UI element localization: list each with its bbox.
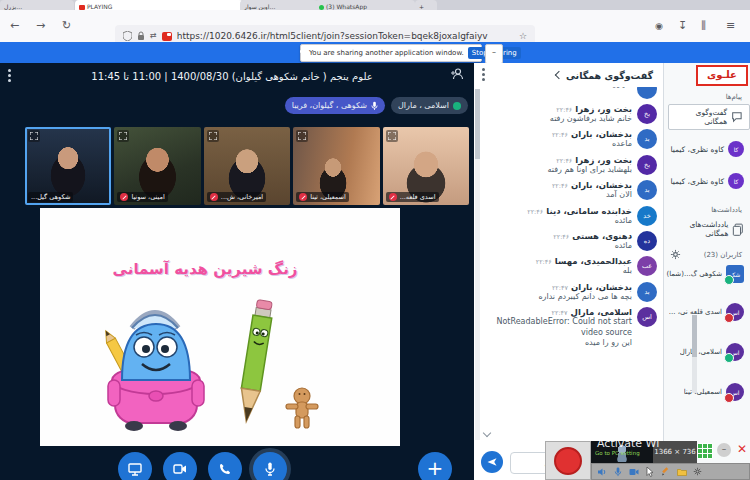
webcam-button[interactable] — [163, 452, 197, 480]
record-button[interactable] — [554, 447, 582, 475]
user-item-asadi[interactable]: اس اسدی قلعه نی، ... — [664, 300, 750, 324]
webcam-asadi[interactable]: اسدی قلعه... — [383, 127, 469, 205]
avatar: اس — [726, 383, 744, 401]
browser-tab-1[interactable]: بزرل… — [0, 0, 74, 10]
presence-pills: اسلامی ، مارال شکوهی ، گیلوان، فریبا — [285, 97, 468, 114]
webcam-amirkhani[interactable]: امیرخانی، ش... — [204, 127, 290, 205]
screen: { "colors": { "accent": "#1f73d4", "mute… — [0, 0, 750, 480]
add-user-icon[interactable] — [450, 68, 464, 80]
reload-icon[interactable]: ↻ — [62, 10, 71, 42]
microphone-icon[interactable] — [612, 466, 623, 477]
notes-section-header: یادداشت‌ها — [664, 206, 742, 214]
folder-icon[interactable] — [676, 466, 687, 477]
timestamp: ۲۲:۴۶ — [556, 106, 572, 114]
region-select-icon[interactable] — [697, 443, 713, 459]
chat-message: عب عبدالحمیدی، مهسا۲۲:۴۶ بله — [484, 256, 657, 276]
avatar: شک — [726, 265, 744, 283]
cursor-select-icon[interactable] — [644, 466, 655, 477]
navigation-sidebar: علـوی پیام‌ها گفت‌وگوی همگانی کا کاوه نظ… — [664, 63, 750, 480]
webcam-shokouhi[interactable]: شکوهی گیل... — [25, 127, 111, 205]
sidebar-item-private-chat-2[interactable]: کا کاوه نظری، کیمیا — [664, 170, 750, 192]
library-icon[interactable]: ⫼ — [701, 10, 706, 42]
fullscreen-icon[interactable] — [117, 130, 129, 142]
sidebar-item-private-chat-1[interactable]: کا کاوه نظری، کیمیا — [664, 138, 750, 160]
windows-activate-watermark-line2: Go to PC setting — [595, 450, 640, 456]
bookmark-star-icon[interactable]: ☆ — [519, 31, 527, 41]
fullscreen-icon[interactable] — [296, 130, 308, 142]
timestamp: ۲۲:۴۷ — [551, 309, 567, 317]
send-message-button[interactable] — [481, 451, 503, 473]
browser-tab-youtube[interactable]: PLAYING — [75, 0, 243, 10]
actions-plus-button[interactable]: + — [418, 452, 452, 480]
chat-message: بد بدخشان، باران۲۲:۴۶ ماعده — [484, 129, 657, 149]
pill-label: اسلامی ، مارال — [398, 101, 449, 110]
options-menu-button[interactable] — [8, 69, 11, 72]
settings-gear-icon[interactable] — [692, 466, 703, 477]
forward-icon[interactable]: → — [36, 10, 45, 42]
scrollbar-thumb[interactable] — [692, 315, 697, 357]
sender-name: بخت ور، زهرا۲۲:۴۶ — [484, 104, 632, 114]
notes-icon — [732, 223, 744, 236]
fullscreen-icon[interactable] — [386, 130, 398, 142]
chat-title: گفت‌وگوی همگانی — [566, 70, 653, 81]
browser-tab-3[interactable]: اوبن سوار… — [240, 0, 318, 10]
menu-icon[interactable]: ≡ — [726, 10, 735, 42]
chat-message: بخ بخت ور، زهرا۲۲:۴۶ بلهشاید برای اونا ه… — [484, 155, 657, 175]
autoplay-icon[interactable]: ⇄ — [150, 31, 157, 41]
fullscreen-icon[interactable] — [207, 130, 219, 142]
user-item-shokouhi[interactable]: شک شکوهی گ...(شما) — [664, 262, 750, 286]
timestamp: ۲۲:۴۶ — [553, 233, 569, 241]
gear-icon[interactable] — [670, 249, 681, 260]
scrollbar-thumb[interactable] — [475, 89, 480, 159]
presence-pill-eslami[interactable]: اسلامی ، مارال — [391, 97, 468, 114]
browser-tab-whatsapp[interactable]: (3) WhatsApp — [315, 0, 415, 10]
recorder-minimize-button[interactable]: – — [717, 443, 731, 457]
downloads-icon[interactable]: ↧ — [678, 10, 687, 42]
pocket-icon[interactable]: ◉ — [655, 10, 663, 42]
picture-in-picture-icon[interactable] — [162, 32, 172, 41]
avatar: کا — [728, 173, 744, 189]
screenshare-button[interactable] — [118, 452, 152, 480]
sidebar-item-public-chat[interactable]: گفت‌وگوی همگانی — [668, 104, 750, 130]
chat-scrollbar[interactable] — [475, 89, 480, 440]
timestamp: ۲۲:۴۶ — [552, 131, 568, 139]
user-item-eslami[interactable]: اس اسلامی، مارال — [664, 340, 750, 364]
tab-label: PLAYING — [87, 3, 112, 10]
webcam-esmaeili[interactable]: اسمعیلی، تینا — [293, 127, 379, 205]
muted-mic-icon — [210, 193, 218, 201]
timestamp: ۲۲:۴۶ — [536, 258, 552, 266]
pencil-annotate-icon[interactable] — [660, 466, 671, 477]
message-text: مائده — [484, 216, 632, 226]
avatar: بد — [637, 180, 657, 200]
avatar: اس — [726, 303, 744, 321]
user-item-esmaeili[interactable]: اس اسمعیلی، تینا — [664, 380, 750, 404]
webcam-name-tag: اسمعیلی، تینا — [296, 192, 349, 202]
new-tab-button[interactable]: + — [415, 0, 437, 10]
back-icon[interactable]: ← — [10, 10, 19, 42]
item-label: گفت‌وگوی همگانی — [671, 108, 727, 126]
webcam-name-tag: اسدی قلعه... — [386, 192, 439, 202]
webcam-name-tag: امیرخانی، ش... — [207, 192, 266, 202]
mic-status-badge — [724, 393, 734, 403]
meeting-title: علوم پنجم ( خانم شکوهی گیلوان) 1400/08/3… — [30, 71, 434, 82]
item-label: یادداشت‌های همگانی — [666, 220, 728, 238]
presence-pill-shokouhi[interactable]: شکوهی ، گیلوان، فریبا — [285, 97, 385, 114]
webcam-amini[interactable]: امینی، سونیا — [114, 127, 200, 205]
tab-label: بزرل… — [4, 3, 22, 10]
url-text[interactable]: https://1020.6426.ir/html5client/join?se… — [177, 31, 514, 41]
microphone-button[interactable] — [253, 452, 287, 480]
webcam-icon[interactable] — [628, 466, 639, 477]
sharing-minimize-button[interactable]: – — [485, 44, 503, 64]
sender-name: بدخشان، باران۲۲:۴۶ — [484, 129, 632, 139]
message-text: بچه ها می دانم کیبردم نداره — [484, 292, 632, 302]
message-text: بله — [484, 266, 632, 276]
shield-icon — [123, 31, 132, 41]
speaker-icon[interactable] — [596, 466, 607, 477]
sidebar-item-shared-notes[interactable]: یادداشت‌های همگانی — [664, 217, 750, 241]
chat-options-button[interactable] — [482, 68, 485, 71]
fullscreen-icon[interactable] — [28, 130, 40, 142]
hangup-phone-button[interactable] — [208, 452, 242, 480]
recorder-close-icon[interactable]: ✕ — [734, 441, 750, 457]
users-scrollbar[interactable] — [692, 315, 697, 393]
collapse-chevron-icon[interactable] — [555, 71, 563, 79]
